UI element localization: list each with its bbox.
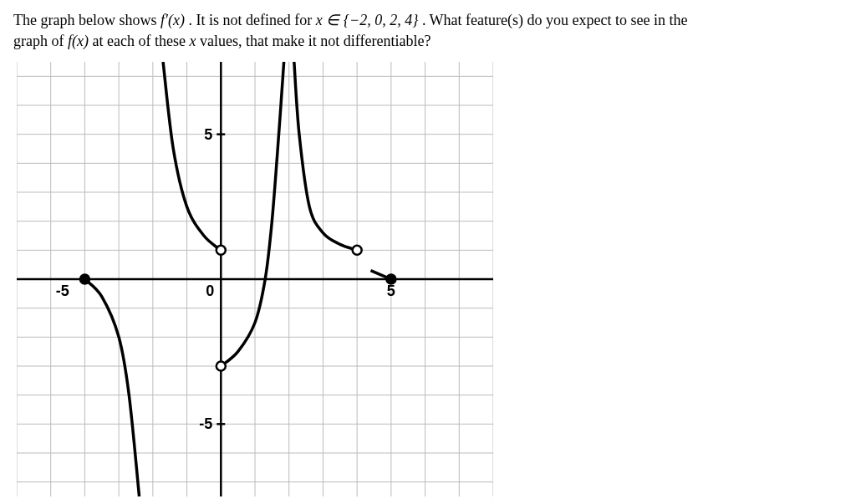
- marker-closed: [80, 275, 89, 284]
- q-xset: x ∈ {−2, 0, 2, 4}: [316, 12, 419, 28]
- graph-container: -505-55: [17, 62, 843, 496]
- curve: [163, 62, 221, 250]
- q-text-2: . It is not defined for: [188, 12, 315, 28]
- q-text-4: graph of: [13, 33, 68, 49]
- question-text: The graph below shows f′(x) . It is not …: [13, 10, 843, 52]
- q-text-5: at each of these: [92, 33, 189, 49]
- y-tick-label: 5: [204, 126, 212, 143]
- marker-open: [217, 362, 226, 371]
- marker-open: [353, 246, 362, 255]
- q-fx: f(x): [68, 33, 89, 49]
- x-tick-label: 0: [206, 283, 214, 299]
- curve: [221, 62, 283, 366]
- x-tick-label: 5: [387, 283, 395, 299]
- q-fprime: f′(x): [160, 12, 185, 28]
- chart-svg: -505-55: [17, 62, 493, 496]
- q-xvar: x: [189, 33, 196, 49]
- curve: [294, 62, 357, 250]
- marker-open: [217, 246, 226, 255]
- curve: [84, 279, 139, 496]
- y-tick-label: -5: [199, 416, 212, 433]
- q-text-6: values, that make it not differentiable?: [200, 33, 431, 49]
- q-text-3: . What feature(s) do you expect to see i…: [422, 12, 688, 28]
- x-tick-label: -5: [56, 283, 69, 299]
- q-text-1: The graph below shows: [13, 12, 160, 28]
